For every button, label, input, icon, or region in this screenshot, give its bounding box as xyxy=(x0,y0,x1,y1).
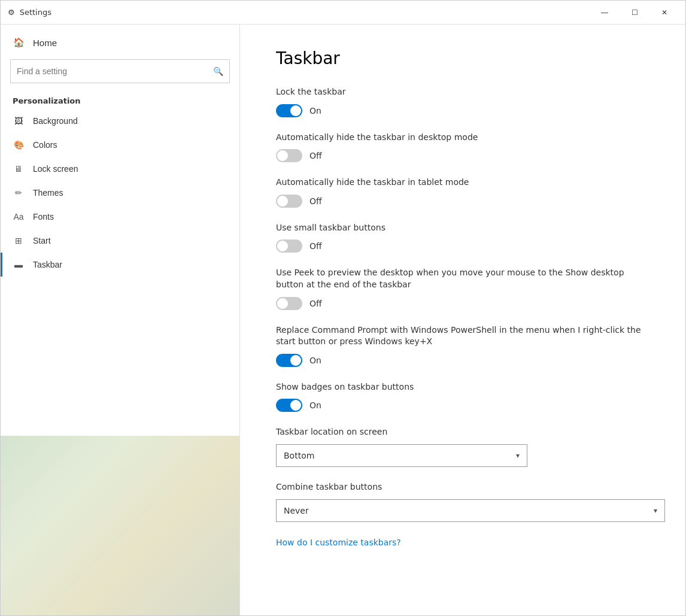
taskbar-location-dropdown[interactable]: Bottom ▾ xyxy=(276,444,527,467)
peek-desktop-toggle-row: Off xyxy=(276,297,649,310)
taskbar-location-dropdown-container: Bottom ▾ xyxy=(276,444,649,467)
section-label: Personalization xyxy=(1,93,239,109)
sidebar-item-colors[interactable]: 🎨 Colors xyxy=(1,133,239,157)
title-bar-left: ⚙ Settings xyxy=(8,8,51,17)
lock-taskbar-toggle-row: On xyxy=(276,104,649,117)
sidebar-item-taskbar[interactable]: ▬ Taskbar xyxy=(1,253,239,277)
start-icon: ⊞ xyxy=(13,235,25,247)
search-box: 🔍 xyxy=(10,59,230,83)
sidebar-item-start[interactable]: ⊞ Start xyxy=(1,229,239,253)
lockscreen-icon: 🖥 xyxy=(13,163,25,175)
replace-cmd-state: On xyxy=(309,356,321,365)
taskbar-location-value: Bottom xyxy=(284,451,314,460)
sidebar-item-label-taskbar: Taskbar xyxy=(33,260,62,269)
auto-hide-tablet-toggle[interactable] xyxy=(276,195,302,208)
sidebar-item-label-colors: Colors xyxy=(33,140,57,150)
sidebar-item-lockscreen[interactable]: 🖥 Lock screen xyxy=(1,157,239,181)
setting-taskbar-location: Taskbar location on screen Bottom ▾ xyxy=(276,426,649,467)
fonts-icon: Aa xyxy=(13,211,25,223)
setting-small-buttons: Use small taskbar buttons Off xyxy=(276,222,649,253)
search-input[interactable] xyxy=(17,66,208,76)
content-area: Taskbar Lock the taskbar On Automaticall… xyxy=(240,25,685,615)
setting-lock-taskbar: Lock the taskbar On xyxy=(276,86,649,117)
small-buttons-label: Use small taskbar buttons xyxy=(276,222,649,234)
combine-buttons-dropdown-container: Never ▾ xyxy=(276,499,649,522)
setting-replace-cmd: Replace Command Prompt with Windows Powe… xyxy=(276,324,649,367)
lock-taskbar-label: Lock the taskbar xyxy=(276,86,649,98)
sidebar-item-fonts[interactable]: Aa Fonts xyxy=(1,205,239,229)
combine-buttons-dropdown[interactable]: Never ▾ xyxy=(276,499,665,522)
combine-buttons-value: Never xyxy=(284,506,309,515)
close-button[interactable]: ✕ xyxy=(651,3,678,22)
chevron-down-icon: ▾ xyxy=(516,451,520,460)
lock-taskbar-toggle[interactable] xyxy=(276,104,302,117)
show-badges-toggle[interactable] xyxy=(276,399,302,412)
taskbar-icon: ▬ xyxy=(13,259,25,271)
settings-gear-icon: ⚙ xyxy=(8,8,15,17)
show-badges-label: Show badges on taskbar buttons xyxy=(276,381,649,393)
setting-peek-desktop: Use Peek to preview the desktop when you… xyxy=(276,267,649,309)
replace-cmd-label: Replace Command Prompt with Windows Powe… xyxy=(276,324,649,348)
small-buttons-state: Off xyxy=(309,241,322,251)
customize-taskbars-link[interactable]: How do I customize taskbars? xyxy=(276,538,401,547)
home-label: Home xyxy=(33,38,57,48)
home-icon: 🏠 xyxy=(13,37,25,48)
page-title: Taskbar xyxy=(276,48,649,68)
maximize-button[interactable]: ☐ xyxy=(621,3,648,22)
settings-window: ⚙ Settings — ☐ ✕ 🏠 Home 🔍 Personalizatio… xyxy=(0,0,686,616)
auto-hide-desktop-toggle-row: Off xyxy=(276,149,649,162)
show-badges-state: On xyxy=(309,400,321,410)
themes-icon: ✏ xyxy=(13,187,25,199)
auto-hide-tablet-label: Automatically hide the taskbar in tablet… xyxy=(276,177,649,189)
background-icon: 🖼 xyxy=(13,115,25,127)
main-layout: 🏠 Home 🔍 Personalization 🖼 Background 🎨 … xyxy=(1,25,685,615)
auto-hide-desktop-toggle[interactable] xyxy=(276,149,302,162)
setting-combine-buttons: Combine taskbar buttons Never ▾ xyxy=(276,481,649,522)
auto-hide-desktop-state: Off xyxy=(309,151,322,160)
sidebar-item-label-fonts: Fonts xyxy=(33,212,54,221)
help-link-container: How do I customize taskbars? xyxy=(276,536,649,548)
search-icon: 🔍 xyxy=(213,66,223,76)
sidebar: 🏠 Home 🔍 Personalization 🖼 Background 🎨 … xyxy=(1,25,240,615)
peek-desktop-label: Use Peek to preview the desktop when you… xyxy=(276,267,649,290)
sidebar-item-background[interactable]: 🖼 Background xyxy=(1,109,239,133)
colors-icon: 🎨 xyxy=(13,139,25,151)
show-badges-toggle-row: On xyxy=(276,399,649,412)
setting-show-badges: Show badges on taskbar buttons On xyxy=(276,381,649,412)
window-title: Settings xyxy=(20,8,51,17)
sidebar-background xyxy=(1,436,239,615)
sidebar-item-themes[interactable]: ✏ Themes xyxy=(1,181,239,205)
peek-desktop-toggle[interactable] xyxy=(276,297,302,310)
small-buttons-toggle-row: Off xyxy=(276,239,649,253)
auto-hide-tablet-state: Off xyxy=(309,196,322,206)
setting-auto-hide-desktop: Automatically hide the taskbar in deskto… xyxy=(276,132,649,163)
sidebar-item-label-lockscreen: Lock screen xyxy=(33,164,78,174)
auto-hide-desktop-label: Automatically hide the taskbar in deskto… xyxy=(276,132,649,144)
sidebar-item-label-themes: Themes xyxy=(33,188,63,198)
home-button[interactable]: 🏠 Home xyxy=(1,31,239,54)
replace-cmd-toggle-row: On xyxy=(276,354,649,367)
small-buttons-toggle[interactable] xyxy=(276,239,302,253)
replace-cmd-toggle[interactable] xyxy=(276,354,302,367)
setting-auto-hide-tablet: Automatically hide the taskbar in tablet… xyxy=(276,177,649,208)
minimize-button[interactable]: — xyxy=(591,3,618,22)
auto-hide-tablet-toggle-row: Off xyxy=(276,195,649,208)
lock-taskbar-state: On xyxy=(309,106,321,116)
title-bar-controls: — ☐ ✕ xyxy=(591,3,678,22)
combine-buttons-label: Combine taskbar buttons xyxy=(276,481,649,493)
sidebar-item-label-start: Start xyxy=(33,236,51,245)
peek-desktop-state: Off xyxy=(309,299,322,308)
sidebar-item-label-background: Background xyxy=(33,116,78,126)
chevron-down-icon-2: ▾ xyxy=(654,506,657,515)
taskbar-location-label: Taskbar location on screen xyxy=(276,426,649,438)
title-bar: ⚙ Settings — ☐ ✕ xyxy=(1,1,685,25)
